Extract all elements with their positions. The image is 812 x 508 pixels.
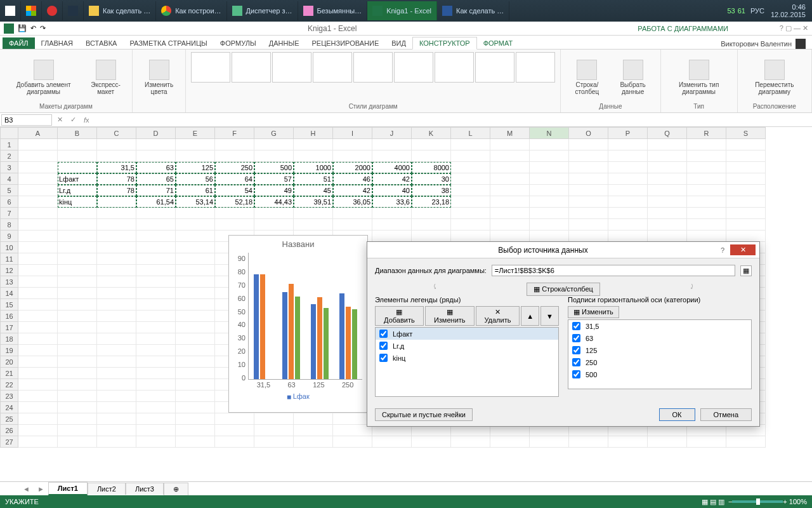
enter-icon[interactable]: ✓ xyxy=(67,116,80,124)
taskbar-chrome[interactable]: Как построи… xyxy=(156,1,226,20)
series-listbox[interactable]: Lфакт Lг.д kінц xyxy=(375,327,559,397)
windows-taskbar: Как сделать … Как построи… Диспетчер з… … xyxy=(0,0,812,22)
ribbon: Добавить элемент диаграммы Экспресс-маке… xyxy=(0,50,812,113)
avatar xyxy=(796,39,806,49)
qat-undo-icon[interactable]: ↶ xyxy=(30,24,36,32)
range-label: Диапазон данных для диаграммы: xyxy=(375,267,487,274)
quick-layout-button[interactable]: Экспресс-макет xyxy=(84,58,127,97)
tab-view[interactable]: ВИД xyxy=(385,37,412,49)
zoom-slider[interactable] xyxy=(732,500,783,503)
change-chart-type-button[interactable]: Изменить тип диаграммы xyxy=(666,58,732,97)
view-pagelayout-icon[interactable]: ▤ xyxy=(710,498,716,506)
ribbon-group-styles: Стили диаграмм xyxy=(186,50,561,112)
taskbar-excel[interactable]: Kniga1 - Excel xyxy=(367,1,437,20)
chart-plot-area xyxy=(248,253,362,380)
dialog-close-button[interactable]: ✕ xyxy=(730,244,756,255)
taskbar-apps[interactable] xyxy=(21,1,42,20)
excel-icon xyxy=(4,23,14,34)
sheet-nav-next[interactable]: ► xyxy=(34,485,48,493)
dialog-help-button[interactable]: ? xyxy=(715,246,730,254)
categories-listbox[interactable]: 31,5 63 125 250 500 xyxy=(568,319,752,389)
ribbon-group-location: Переместить диаграмму Расположение xyxy=(738,50,812,112)
embedded-chart[interactable]: Названи 9080706050403020100 31,563125250… xyxy=(228,235,368,413)
status-bar: УКАЖИТЕ ▦ ▤ ▥ − + 100% xyxy=(0,495,812,508)
switch-row-column-dialog-button[interactable]: ▦ Строка/столбец xyxy=(527,283,600,296)
ribbon-group-layouts: Добавить элемент диаграммы Экспресс-маке… xyxy=(0,50,133,112)
qat-save-icon[interactable]: 💾 xyxy=(18,24,27,32)
swap-arrows-icon: ⤹ ▦ Строка/столбец ⤸ xyxy=(375,283,752,296)
chart-legend: ◼ Lфак xyxy=(229,389,367,400)
add-chart-element-button[interactable]: Добавить элемент диаграммы xyxy=(5,58,82,97)
tab-home[interactable]: ГЛАВНАЯ xyxy=(35,37,79,49)
taskbar-word[interactable]: Как сделать … xyxy=(437,1,509,20)
zoom-in-button[interactable]: + xyxy=(783,498,787,505)
legend-entries-panel: Элементы легенды (ряды) ▦ Добавить ▦ Изм… xyxy=(375,296,559,397)
select-data-button[interactable]: Выбрать данные xyxy=(611,58,655,97)
tray-lang[interactable]: РУС xyxy=(750,7,764,15)
tab-data[interactable]: ДАННЫЕ xyxy=(263,37,306,49)
view-pagebreak-icon[interactable]: ▥ xyxy=(718,498,724,506)
ribbon-group-colors: Изменить цвета xyxy=(133,50,186,112)
taskbar-taskmgr[interactable]: Диспетчер з… xyxy=(227,1,298,20)
window-title: Kniga1 - Excel xyxy=(49,24,615,33)
move-down-button[interactable]: ▼ xyxy=(540,306,559,326)
ribbon-tabs: ФАЙЛ ГЛАВНАЯ ВСТАВКА РАЗМЕТКА СТРАНИЦЫ Ф… xyxy=(0,36,812,50)
select-data-source-dialog: Выбор источника данных ? ✕ Диапазон данн… xyxy=(367,241,760,427)
ribbon-group-data: Строка/столбец Выбрать данные Данные xyxy=(561,50,661,112)
taskbar-xmplay[interactable] xyxy=(63,1,84,20)
zoom-level[interactable]: 100% xyxy=(789,498,807,505)
quick-access-bar: 💾 ↶ ↷ Kniga1 - Excel РАБОТА С ДИАГРАММАМ… xyxy=(0,22,812,36)
formula-bar: ✕ ✓ fx xyxy=(0,113,812,127)
add-series-button[interactable]: ▦ Добавить xyxy=(375,306,424,326)
edit-series-button[interactable]: ▦ Изменить xyxy=(425,306,475,326)
chart-styles-gallery[interactable] xyxy=(191,52,555,83)
remove-series-button[interactable]: ✕ Удалить xyxy=(476,306,520,326)
move-up-button[interactable]: ▲ xyxy=(521,306,539,326)
taskbar-opera[interactable] xyxy=(42,1,63,20)
sheet-tab-1[interactable]: Лист1 xyxy=(48,482,88,495)
user-account[interactable]: Викторович Валентин xyxy=(721,39,812,49)
tab-format[interactable]: ФОРМАТ xyxy=(477,37,520,49)
tray-clock[interactable]: 0:4612.02.2015 xyxy=(764,3,812,18)
ok-button[interactable]: ОК xyxy=(659,408,695,421)
tab-formulas[interactable]: ФОРМУЛЫ xyxy=(214,37,263,49)
axis-labels-panel: Подписи горизонтальной оси (категории) ▦… xyxy=(568,296,752,397)
new-sheet-button[interactable]: ⊕ xyxy=(164,483,188,495)
cancel-button[interactable]: Отмена xyxy=(700,408,752,421)
hidden-cells-button[interactable]: Скрытые и пустые ячейки xyxy=(375,408,473,421)
range-picker-icon[interactable]: ▦ xyxy=(740,265,752,276)
ribbon-group-type: Изменить тип диаграммы Тип xyxy=(661,50,738,112)
formula-input[interactable] xyxy=(93,119,812,121)
sheet-tab-2[interactable]: Лист2 xyxy=(88,483,126,495)
move-chart-button[interactable]: Переместить диаграмму xyxy=(743,58,806,97)
tray-battery: 53 xyxy=(727,7,735,15)
sheet-nav-prev[interactable]: ◄ xyxy=(19,485,34,493)
taskbar-paint[interactable]: Безымянны… xyxy=(298,1,368,20)
name-box[interactable] xyxy=(1,114,52,126)
switch-row-column-button[interactable]: Строка/столбец xyxy=(566,58,608,97)
change-colors-button[interactable]: Изменить цвета xyxy=(138,58,180,97)
fx-icon[interactable]: fx xyxy=(80,116,93,124)
start-button[interactable] xyxy=(0,1,21,20)
tab-pagelayout[interactable]: РАЗМЕТКА СТРАНИЦЫ xyxy=(123,37,213,49)
chart-y-axis: 9080706050403020100 xyxy=(233,255,246,382)
sheet-tab-3[interactable]: Лист3 xyxy=(126,483,164,495)
chart-x-axis: 31,563125250 xyxy=(248,381,362,389)
chart-data-range-input[interactable] xyxy=(492,265,735,276)
tray-signal: 61 xyxy=(738,7,745,15)
qat-redo-icon[interactable]: ↷ xyxy=(40,24,46,32)
tab-design[interactable]: КОНСТРУКТОР xyxy=(412,37,477,50)
taskbar-explorer[interactable]: Как сделать … xyxy=(84,1,156,20)
status-mode: УКАЖИТЕ xyxy=(5,498,39,505)
view-normal-icon[interactable]: ▦ xyxy=(702,498,708,506)
tab-file[interactable]: ФАЙЛ xyxy=(3,37,35,49)
dialog-title: Выбор источника данных xyxy=(371,246,715,255)
context-tab-title: РАБОТА С ДИАГРАММАМИ xyxy=(619,25,747,32)
tab-review[interactable]: РЕЦЕНЗИРОВАНИЕ xyxy=(305,37,385,49)
edit-axis-labels-button[interactable]: ▦ Изменить xyxy=(568,306,619,318)
sheet-tabs: ◄ ► Лист1 Лист2 Лист3 ⊕ xyxy=(0,481,812,495)
cancel-icon[interactable]: ✕ xyxy=(53,116,67,124)
tab-insert[interactable]: ВСТАВКА xyxy=(79,37,123,49)
chart-title: Названи xyxy=(229,236,367,253)
